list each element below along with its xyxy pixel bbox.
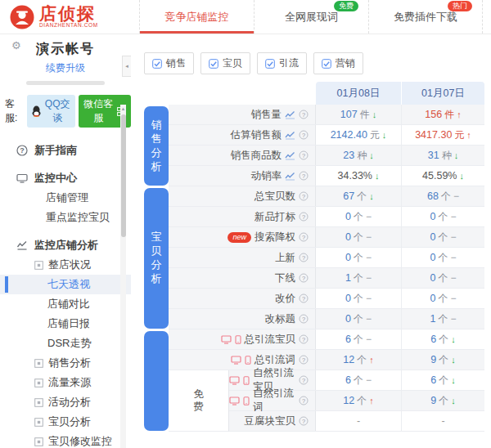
svg-text:?: ? <box>302 254 305 262</box>
svg-text:?: ? <box>302 295 305 302</box>
chart-line-icon[interactable] <box>285 110 295 119</box>
help-icon[interactable]: ? <box>299 293 309 303</box>
help-icon[interactable]: ? <box>299 191 309 201</box>
metric-row-est-sales-amount: 估算销售额?2142.40元↓3417.30元↑ <box>169 125 484 146</box>
svg-text:?: ? <box>302 193 305 200</box>
metric-label-cell: 估算销售额? <box>169 125 316 145</box>
help-icon[interactable]: ? <box>299 273 309 283</box>
sidebar-item-whole-shop-status[interactable]: 整店状况 <box>0 255 131 275</box>
trend-flat-icon: − <box>366 231 372 243</box>
sidebar-item-shop-manage[interactable]: 店铺管理 <box>0 188 131 208</box>
sidebar-item-label: 店铺对比 <box>47 297 90 311</box>
metric-unit: 个 <box>354 374 363 388</box>
detective-logo-icon <box>10 5 34 29</box>
expander-icon[interactable] <box>34 261 43 270</box>
help-icon[interactable]: ? <box>299 355 309 365</box>
sidebar-item-item-analysis[interactable]: 宝贝分析 <box>0 412 131 432</box>
metric-label: 上新 <box>275 251 295 265</box>
metric-unit: 个 <box>357 353 367 367</box>
help-icon[interactable]: ? <box>299 253 309 262</box>
help-icon[interactable]: ? <box>299 396 309 405</box>
sidebar-item-activity-analysis[interactable]: 活动分析 <box>0 392 131 412</box>
chart-line-icon[interactable] <box>285 151 295 160</box>
metric-label-cell: new搜索降权? <box>169 227 316 247</box>
metric-unit: 个 <box>354 271 363 285</box>
upgrade-link[interactable]: 续费升级 <box>46 61 85 75</box>
tab-label: 全网展现词 <box>285 10 338 25</box>
trend-flat-icon: − <box>450 252 456 263</box>
check-icon <box>152 59 162 69</box>
trend-up-icon: ↑ <box>457 110 462 119</box>
metric-label: 自然引流词 <box>253 387 295 414</box>
sidebar-scrollbar-track[interactable]: ▲ <box>120 105 126 448</box>
mobile-icon <box>245 356 251 365</box>
tab-network-display-words[interactable]: 全网展现词免费 <box>254 0 368 34</box>
qq-chat-button[interactable]: QQ交谈 <box>27 95 75 128</box>
expander-icon[interactable] <box>34 379 43 388</box>
help-icon[interactable]: ? <box>299 232 309 242</box>
trend-flat-icon: − <box>366 272 372 284</box>
filter-button-marketing[interactable]: 营销 <box>313 52 363 74</box>
sidebar-item-traffic-source[interactable]: 流量来源 <box>0 373 131 392</box>
filter-button-traffic[interactable]: 引流 <box>257 52 307 74</box>
sidebar: ⚙ 演示帐号 续费升级 ◂ 客服: QQ交谈 <box>0 34 131 448</box>
pc-icon <box>231 356 241 365</box>
chart-line-icon[interactable] <box>285 172 295 181</box>
metric-label: 总引流词 <box>255 353 295 367</box>
sidebar-item-dsr-trend[interactable]: DSR走势 <box>0 334 131 353</box>
sidebar-item-newbie-guide[interactable]: ?新手指南 <box>0 141 131 160</box>
sidebar-scrollbar-thumb[interactable] <box>121 114 126 237</box>
trend-flat-icon: − <box>450 231 456 243</box>
help-icon[interactable]: ? <box>299 375 309 385</box>
help-icon[interactable]: ? <box>299 334 309 344</box>
trend-down-icon: ↓ <box>451 334 456 344</box>
filter-label: 引流 <box>279 56 299 70</box>
gear-icon[interactable]: ⚙ <box>11 39 21 52</box>
sidebar-collapse-button[interactable]: ◂ <box>122 56 131 77</box>
sidebar-item-monitor-center[interactable]: 监控中心 <box>0 168 131 188</box>
sidebar-item-item-modify-monitor[interactable]: 宝贝修改监控 <box>0 432 131 448</box>
metric-unit: 个 <box>357 190 367 204</box>
tab-free-plugin-download[interactable]: 免费插件下载热门 <box>368 0 483 34</box>
metric-label-cell: 总宝贝数? <box>169 186 316 206</box>
metric-value: 1 <box>430 313 436 325</box>
metric-label: 豆腐块宝贝 <box>245 414 296 428</box>
expander-icon[interactable] <box>34 398 43 407</box>
metric-label-cell: 自然引流词? <box>229 391 316 410</box>
metric-value: 156 <box>425 109 442 120</box>
filter-button-sales[interactable]: 销售 <box>144 52 194 74</box>
expander-icon[interactable] <box>34 418 43 427</box>
help-icon[interactable]: ? <box>299 110 309 119</box>
sidebar-item-seven-day-view[interactable]: 七天透视 <box>0 275 131 294</box>
section-title-char: 分 <box>151 259 162 271</box>
help-icon[interactable]: ? <box>299 314 309 324</box>
question-circle-icon: ? <box>16 145 28 156</box>
sidebar-item-monitor-shop-analysis[interactable]: 监控店铺分析 <box>0 235 131 255</box>
check-icon <box>322 59 331 69</box>
value-cell: 0个− <box>316 207 401 226</box>
logo[interactable]: 店侦探 DIANZHENTAN.COM <box>0 0 139 34</box>
help-icon[interactable]: ? <box>299 130 309 140</box>
trend-flat-icon: − <box>450 272 456 284</box>
sidebar-item-key-monitor-items[interactable]: 重点监控宝贝 <box>0 208 131 227</box>
sidebar-item-label: 流量来源 <box>48 375 91 390</box>
analytics-icon <box>16 240 28 250</box>
group-label-char: 费 <box>193 401 204 413</box>
svg-text:?: ? <box>302 316 305 323</box>
scroll-up-icon[interactable]: ▲ <box>120 105 126 113</box>
comparison-table: 01月08日01月07日销售分析销售量?107件↓156件↑估算销售额?2142… <box>144 82 484 432</box>
tab-competitor-shop-monitor[interactable]: 竞争店铺监控 <box>139 0 254 34</box>
help-icon[interactable]: ? <box>299 416 309 426</box>
chart-line-icon[interactable] <box>285 131 295 140</box>
filter-button-item[interactable]: 宝贝 <box>200 52 250 74</box>
help-icon[interactable]: ? <box>299 212 309 222</box>
sidebar-item-shop-daily[interactable]: 店铺日报 <box>0 314 131 334</box>
expander-icon[interactable] <box>34 359 43 368</box>
sidebar-item-sales-analysis[interactable]: 销售分析 <box>0 353 131 373</box>
expander-icon[interactable] <box>34 437 43 446</box>
value-cell: 0个− <box>401 268 484 288</box>
help-icon[interactable]: ? <box>299 150 309 160</box>
help-icon[interactable]: ? <box>299 171 309 181</box>
sidebar-item-shop-compare[interactable]: 店铺对比 <box>0 294 131 314</box>
svg-text:?: ? <box>302 213 305 221</box>
